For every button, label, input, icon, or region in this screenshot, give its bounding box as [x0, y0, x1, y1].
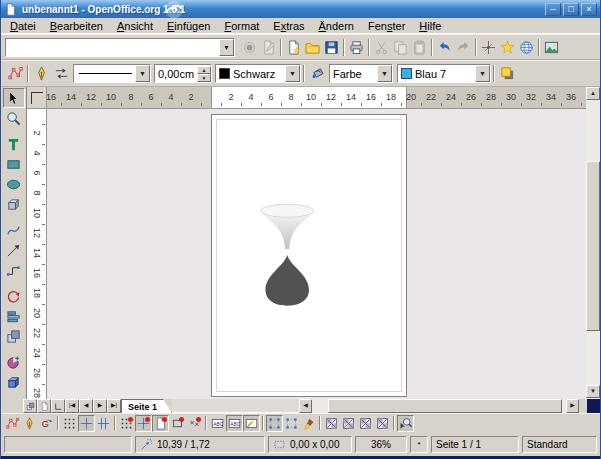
status-zoom-cell[interactable]: 36% [355, 436, 407, 453]
line-color-select[interactable]: Schwarz ▼ [215, 64, 301, 83]
scroll-right-button[interactable]: ▶ [566, 399, 579, 413]
first-page-button[interactable]: |◀ [65, 399, 79, 413]
placeholder-hatch-button[interactable] [374, 415, 391, 432]
horizontal-ruler[interactable]: 1614121086422468101214161820222426283032… [47, 87, 586, 109]
edit-points-button[interactable] [5, 64, 25, 84]
connector-button[interactable] [3, 260, 25, 280]
modify-with-attributes-button[interactable] [300, 415, 317, 432]
vertical-scrollbar[interactable]: ▲ ▼ [586, 87, 600, 399]
interaction-button[interactable] [3, 372, 25, 392]
line-dialog-button[interactable] [31, 64, 51, 84]
3d-objects-button[interactable] [3, 194, 25, 214]
status-size-cell[interactable]: 0,00 x 0,00 [268, 436, 352, 453]
menu-ndern[interactable]: Ändern [312, 19, 361, 33]
hourglass-3d-object[interactable] [212, 115, 406, 396]
alignment-button[interactable] [3, 306, 25, 326]
glue-points-button[interactable] [21, 415, 38, 432]
open-document-button[interactable] [303, 37, 322, 57]
horizontal-scroll-thumb[interactable] [328, 399, 562, 413]
hyperlink-button[interactable] [517, 37, 536, 57]
insert-button[interactable] [3, 352, 25, 372]
page-view-button[interactable] [37, 399, 51, 413]
status-position-cell[interactable]: 10,39 / 1,72 [135, 436, 265, 453]
scroll-left-button[interactable]: ◀ [299, 399, 312, 413]
close-button[interactable]: × [581, 3, 597, 16]
area-fill-button[interactable] [307, 64, 327, 84]
insert-graphics-button[interactable] [542, 37, 561, 57]
show-snap-lines-button[interactable] [78, 415, 95, 432]
menu-fenster[interactable]: Fenster [361, 19, 412, 33]
page-tab-seite1[interactable]: Seite 1 [121, 399, 172, 413]
arrow-style-button[interactable] [51, 64, 71, 84]
scroll-up-button[interactable]: ▲ [586, 87, 600, 100]
ellipse-button[interactable] [3, 174, 25, 194]
ruler-origin-corner[interactable] [27, 87, 47, 109]
vertical-ruler[interactable]: 246810121416182022242628 [27, 109, 47, 399]
previous-page-button[interactable]: ◀ [79, 399, 93, 413]
gallery-button[interactable] [498, 37, 517, 57]
select-text-area-button[interactable] [226, 415, 243, 432]
status-style-cell[interactable]: Standard [522, 436, 597, 453]
menu-bearbeiten[interactable]: Bearbeiten [43, 19, 110, 33]
menu-datei[interactable]: Datei [3, 19, 43, 33]
line-width-input[interactable] [155, 68, 195, 80]
fill-type-select[interactable]: Farbe ▼ [329, 64, 393, 83]
undo-button[interactable] [435, 37, 454, 57]
fill-color-dropdown-button[interactable]: ▼ [475, 65, 490, 82]
save-document-button[interactable] [322, 37, 341, 57]
last-page-button[interactable]: ▶| [107, 399, 121, 413]
horizontal-scrollbar[interactable]: ◀ ▶ [299, 399, 579, 413]
fill-color-select[interactable]: Blau 7 ▼ [397, 64, 491, 83]
line-width-down-button[interactable]: ▼ [197, 74, 211, 82]
line-style-dropdown-button[interactable]: ▼ [135, 65, 150, 82]
navigator-button[interactable] [479, 37, 498, 57]
new-document-button[interactable] [284, 37, 303, 57]
line-style-select[interactable]: ▼ [73, 64, 151, 83]
edit-points-button[interactable] [4, 415, 21, 432]
arrange-button[interactable] [3, 326, 25, 346]
simple-handles-button[interactable] [266, 415, 283, 432]
print-document-button[interactable] [347, 37, 366, 57]
master-view-button[interactable] [51, 399, 65, 413]
vertical-scroll-thumb[interactable] [586, 161, 600, 331]
line-color-dropdown-button[interactable]: ▼ [285, 65, 300, 82]
rectangle-button[interactable] [3, 154, 25, 174]
select-button[interactable] [3, 88, 25, 108]
snap-to-grid-button[interactable] [118, 415, 135, 432]
rotation-mode-button[interactable] [38, 415, 55, 432]
maximize-button[interactable]: □ [563, 3, 579, 16]
status-page-cell[interactable]: Seite 1 / 1 [431, 436, 519, 453]
layer-view-button[interactable] [23, 399, 37, 413]
zoom-button[interactable] [3, 108, 25, 128]
fill-type-dropdown-button[interactable]: ▼ [377, 65, 392, 82]
curve-button[interactable] [3, 220, 25, 240]
guides-when-moving-button[interactable] [95, 415, 112, 432]
text-button[interactable] [3, 134, 25, 154]
menu-ansicht[interactable]: Ansicht [110, 19, 160, 33]
menu-extras[interactable]: Extras [266, 19, 311, 33]
live-mode-button[interactable] [397, 415, 414, 432]
url-dropdown-button[interactable]: ▼ [219, 39, 234, 56]
line-width-up-button[interactable]: ▲ [197, 66, 211, 74]
placeholder-gradient-button[interactable] [357, 415, 374, 432]
placeholder-text-button[interactable] [340, 415, 357, 432]
scroll-down-button[interactable]: ▼ [586, 385, 600, 398]
menu-einfgen[interactable]: Einfügen [160, 19, 217, 33]
placeholder-picture-button[interactable] [323, 415, 340, 432]
large-handles-button[interactable] [283, 415, 300, 432]
lines-arrows-button[interactable] [3, 240, 25, 260]
effects-rotate-button[interactable] [3, 286, 25, 306]
shadow-button[interactable] [497, 64, 517, 84]
quick-edit-button[interactable] [209, 415, 226, 432]
double-click-edit-text-button[interactable] [243, 415, 260, 432]
menu-hilfe[interactable]: Hilfe [412, 19, 448, 33]
snap-to-page-margins-button[interactable] [152, 415, 169, 432]
snap-to-object-border-button[interactable] [169, 415, 186, 432]
snap-to-object-points-button[interactable] [186, 415, 203, 432]
show-grid-button[interactable] [61, 415, 78, 432]
snap-to-snap-lines-button[interactable] [135, 415, 152, 432]
url-input[interactable] [9, 40, 219, 55]
drawing-canvas[interactable] [47, 109, 586, 399]
next-page-button[interactable]: ▶ [93, 399, 107, 413]
minimize-button[interactable]: – [545, 3, 561, 16]
